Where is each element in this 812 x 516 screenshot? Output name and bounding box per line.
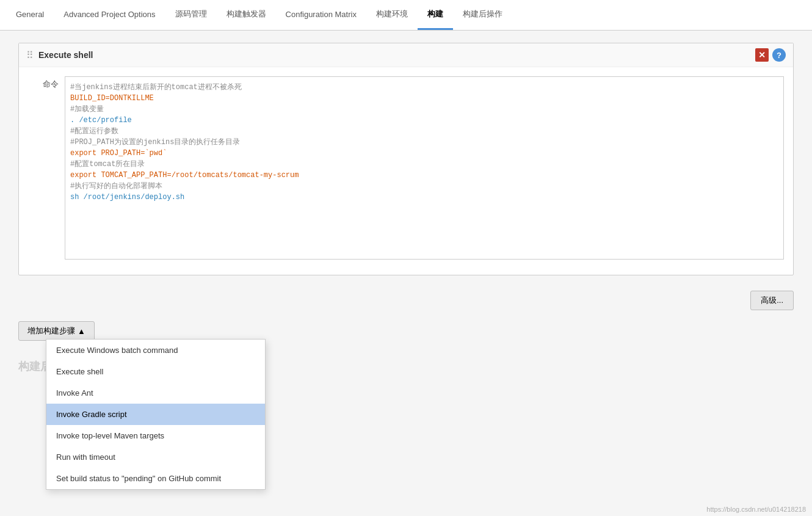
tab-build-env[interactable]: 构建环境 (366, 0, 418, 30)
add-step-button[interactable]: 增加构建步骤 ▲ (18, 321, 95, 341)
tab-build[interactable]: 构建 (418, 0, 453, 30)
code-line: #执行写好的自动化部署脚本 (70, 181, 778, 192)
drag-handle: ⠿ (26, 49, 34, 61)
code-line: export TOMCAT_APP_PATH=/root/tomcats/tom… (70, 170, 778, 181)
bottom-actions: 高级... (18, 285, 794, 316)
tab-source-mgmt[interactable]: 源码管理 (165, 0, 217, 30)
menu-item-invoke-ant[interactable]: Invoke Ant (46, 382, 265, 404)
step-title: Execute shell (38, 50, 755, 60)
tab-config-matrix[interactable]: Configuration Matrix (276, 1, 366, 29)
command-textarea[interactable]: #当jenkins进程结束后新开的tomcat进程不被杀死BUILD_ID=DO… (65, 76, 784, 260)
menu-item-exec-shell[interactable]: Execute shell (46, 361, 265, 382)
build-step-header: ⠿ Execute shell ✕ ? (19, 43, 793, 67)
dropdown-menu: Execute Windows batch commandExecute she… (46, 339, 266, 490)
tab-build-trigger[interactable]: 构建触发器 (217, 0, 276, 30)
menu-item-run-timeout[interactable]: Run with timeout (46, 446, 265, 468)
code-line: BUILD_ID=DONTKILLME (70, 93, 778, 104)
tab-advanced-project-options[interactable]: Advanced Project Options (54, 1, 165, 29)
menu-item-invoke-maven[interactable]: Invoke top-level Maven targets (46, 425, 265, 446)
code-line: export PROJ_PATH=`pwd` (70, 148, 778, 159)
tab-post-build[interactable]: 构建后操作 (453, 0, 512, 30)
menu-item-invoke-gradle[interactable]: Invoke Gradle script (46, 404, 265, 425)
code-line: #配置tomcat所在目录 (70, 159, 778, 170)
menu-item-set-build-status[interactable]: Set build status to "pending" on GitHub … (46, 468, 265, 489)
close-button[interactable]: ✕ (755, 48, 769, 62)
code-line: #当jenkins进程结束后新开的tomcat进程不被杀死 (70, 82, 778, 93)
command-field-row: 命令 #当jenkins进程结束后新开的tomcat进程不被杀死BUILD_ID… (28, 76, 784, 260)
add-step-label: 增加构建步骤 (27, 325, 75, 336)
code-line: sh /root/jenkins/deploy.sh (70, 192, 778, 203)
code-line: #PROJ_PATH为设置的jenkins目录的执行任务目录 (70, 137, 778, 148)
build-step-body: 命令 #当jenkins进程结束后新开的tomcat进程不被杀死BUILD_ID… (19, 67, 793, 275)
chevron-up-icon: ▲ (78, 327, 85, 336)
watermark: https://blog.csdn.net/u014218218 (706, 506, 806, 513)
tab-bar: GeneralAdvanced Project Options源码管理构建触发器… (0, 0, 812, 31)
code-line: #配置运行参数 (70, 126, 778, 137)
code-line: . /etc/profile (70, 115, 778, 126)
command-label: 命令 (28, 76, 65, 90)
advanced-button[interactable]: 高级... (750, 291, 794, 310)
help-button[interactable]: ? (772, 48, 786, 62)
code-line: #加载变量 (70, 104, 778, 115)
main-content: ⠿ Execute shell ✕ ? 命令 #当jenkins进程结束后新开的… (0, 31, 812, 516)
execute-shell-panel: ⠿ Execute shell ✕ ? 命令 #当jenkins进程结束后新开的… (18, 43, 794, 275)
tab-general[interactable]: General (6, 1, 54, 29)
menu-item-exec-windows-batch[interactable]: Execute Windows batch command (46, 340, 265, 361)
